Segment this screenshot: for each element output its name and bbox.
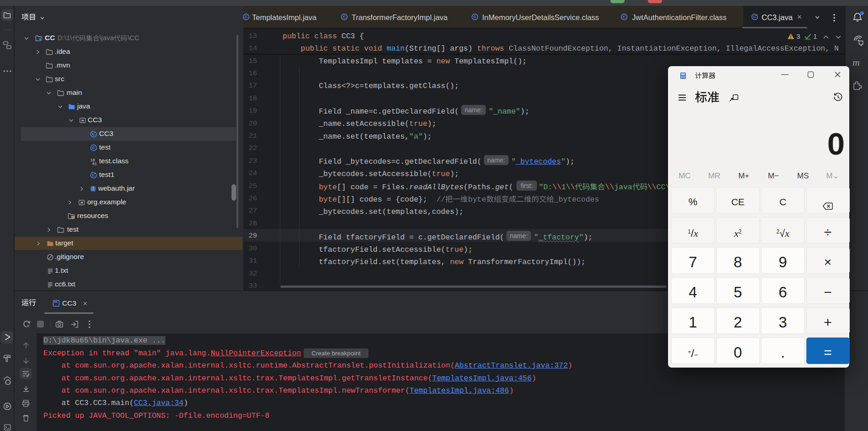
svg-text:01: 01 xyxy=(92,162,97,166)
svg-text:C: C xyxy=(92,145,95,150)
svg-text:C: C xyxy=(473,15,477,19)
svg-text:C: C xyxy=(343,15,346,19)
svg-text:C: C xyxy=(245,15,248,19)
svg-text:C: C xyxy=(623,15,626,19)
